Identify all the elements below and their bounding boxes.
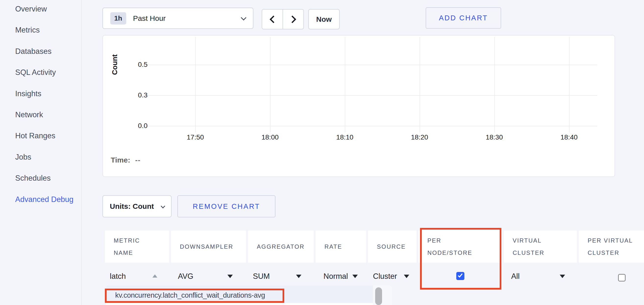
metric-suggestion-item[interactable]: kv.concurrency.latch_conflict_wait_durat… <box>115 291 265 299</box>
per-node-store-checkbox[interactable] <box>456 272 464 280</box>
y-tick-label: 0.0 <box>118 121 148 131</box>
dropdown-scrollbar-thumb[interactable] <box>375 287 382 305</box>
chevron-right-icon <box>288 15 296 23</box>
remove-chart-button[interactable]: REMOVE CHART <box>178 195 276 217</box>
hover-time-readout: Time: -- <box>111 156 140 164</box>
header-line: METRIC <box>114 235 169 247</box>
y-tick-label: 0.5 <box>118 60 148 69</box>
rate-caret-icon[interactable] <box>352 275 358 278</box>
sidebar-item-advanced-debug[interactable]: Advanced Debug <box>15 194 74 205</box>
chevron-left-icon <box>270 15 277 23</box>
sidebar-item-databases[interactable]: Databases <box>15 46 52 57</box>
source-caret-icon[interactable] <box>404 275 409 278</box>
header-line: RATE <box>324 241 366 253</box>
downsampler-caret-icon[interactable] <box>228 275 233 278</box>
sidebar-item-metrics[interactable]: Metrics <box>15 25 40 35</box>
x-tick-label: 18:20 <box>402 133 437 141</box>
header-line: CLUSTER <box>513 247 577 259</box>
time-range-picker[interactable]: 1h Past Hour <box>102 7 254 29</box>
column-header-metric-name: METRIC NAME <box>105 231 169 263</box>
metric-suggestion-dropdown: kv.concurrency.latch_conflict_wait_durat… <box>106 286 392 305</box>
chart-card: Count 0.5 0.3 0.0 17:50 18:00 18:10 18:2… <box>102 35 615 177</box>
x-tick-label: 17:50 <box>178 133 212 141</box>
header-line: VIRTUAL <box>513 235 577 247</box>
prev-time-window-button[interactable] <box>262 9 282 29</box>
source-select[interactable]: Cluster <box>373 271 397 282</box>
sidebar-item-sql-activity[interactable]: SQL Activity <box>15 67 56 78</box>
chevron-down-icon <box>241 15 246 20</box>
hover-time-label: Time: <box>111 156 130 164</box>
column-header-per-virtual-cluster: PER VIRTUAL CLUSTER <box>579 231 644 263</box>
time-range-badge: 1h <box>110 12 126 24</box>
metric-name-input[interactable]: latch <box>110 271 126 282</box>
hover-time-value: -- <box>135 156 140 164</box>
header-line: NAME <box>114 247 169 259</box>
per-virtual-cluster-checkbox[interactable] <box>618 274 626 282</box>
aggregator-select[interactable]: SUM <box>253 271 270 282</box>
units-dropdown-label: Units: Count <box>110 202 154 211</box>
header-line: SOURCE <box>377 241 416 253</box>
checkmark-icon <box>458 273 463 278</box>
aggregator-caret-icon[interactable] <box>296 275 302 278</box>
sidebar-item-overview[interactable]: Overview <box>15 4 47 14</box>
chevron-down-icon <box>161 204 165 208</box>
units-dropdown[interactable]: Units: Count <box>102 195 172 217</box>
chart-plot-area[interactable] <box>138 37 597 132</box>
column-header-source: SOURCE <box>368 231 416 263</box>
sidebar-item-network[interactable]: Network <box>15 109 43 120</box>
column-header-aggregator: AGGREGATOR <box>248 231 314 263</box>
x-tick-label: 18:30 <box>477 133 512 141</box>
metric-name-caret-up-icon[interactable] <box>152 275 157 278</box>
header-line: NODE/STORE <box>427 247 502 259</box>
rate-select[interactable]: Normal <box>324 271 348 282</box>
column-header-per-node-store: PER NODE/STORE <box>418 231 502 263</box>
add-chart-button[interactable]: ADD CHART <box>426 7 501 29</box>
next-time-window-button[interactable] <box>282 9 304 29</box>
y-tick-label: 0.3 <box>118 90 148 100</box>
sidebar-item-insights[interactable]: Insights <box>15 88 42 99</box>
x-tick-label: 18:10 <box>328 133 362 141</box>
sidebar: Overview Metrics Databases SQL Activity … <box>0 0 82 305</box>
header-line: DOWNSAMPLER <box>180 241 246 253</box>
x-tick-label: 18:00 <box>253 133 287 141</box>
sidebar-item-jobs[interactable]: Jobs <box>15 152 31 163</box>
now-button[interactable]: Now <box>308 9 340 29</box>
header-line: CLUSTER <box>588 247 644 259</box>
downsampler-select[interactable]: AVG <box>178 271 193 282</box>
next-suggestion-partial[interactable] <box>106 303 373 305</box>
column-header-downsampler: DOWNSAMPLER <box>171 231 246 263</box>
sidebar-item-hot-ranges[interactable]: Hot Ranges <box>15 130 56 141</box>
header-line: PER VIRTUAL <box>588 235 644 247</box>
virtual-cluster-select[interactable]: All <box>511 271 520 282</box>
time-window-nav <box>262 9 304 29</box>
virtual-cluster-caret-icon[interactable] <box>560 275 565 278</box>
time-range-label: Past Hour <box>133 14 166 22</box>
column-header-rate: RATE <box>316 231 366 263</box>
header-line: PER <box>427 235 502 247</box>
sidebar-item-schedules[interactable]: Schedules <box>15 173 51 184</box>
x-tick-label: 18:40 <box>552 133 586 141</box>
column-header-virtual-cluster: VIRTUAL CLUSTER <box>504 231 577 263</box>
header-line: AGGREGATOR <box>257 241 314 253</box>
